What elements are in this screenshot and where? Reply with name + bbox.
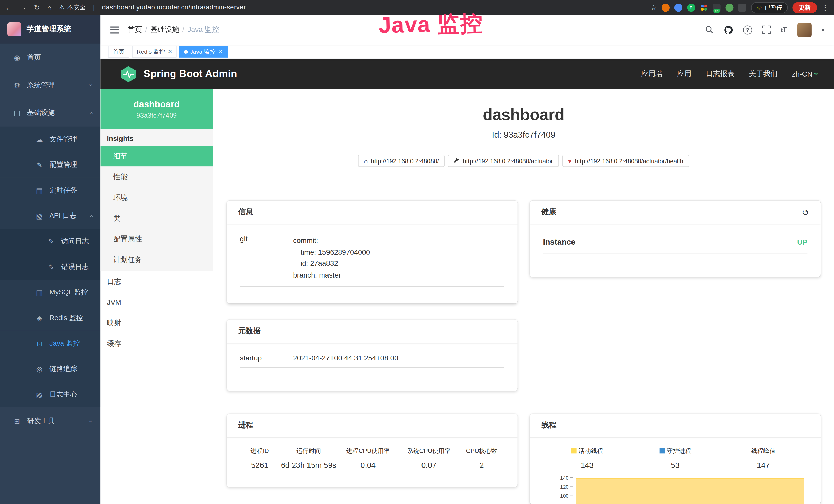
search-icon[interactable] — [705, 25, 714, 34]
browser-toolbar: ← → ↻ ⌂ ⚠ 不安全 | dashboard.yudao.iocoder.… — [0, 0, 834, 15]
sidebar-item-label: 配置管理 — [49, 160, 77, 169]
sidebar-item-trace[interactable]: ◎ 链路追踪 — [0, 356, 101, 382]
sba-logo-icon — [120, 65, 137, 83]
github-icon[interactable] — [724, 25, 733, 34]
sidebar-item-label: 基础设施 — [27, 108, 55, 117]
health-card-body: Instance UP — [530, 224, 821, 254]
sidebar-item-log-center[interactable]: ▨ 日志中心 — [0, 382, 101, 407]
browser-home-icon[interactable]: ⌂ — [47, 4, 51, 11]
sba-item-caches[interactable]: 缓存 — [101, 333, 213, 354]
sidebar-item-api-logs[interactable]: ▧ API 日志 › — [0, 203, 101, 229]
sidebar-item-error-logs[interactable]: ✎ 错误日志 — [0, 254, 101, 280]
actuator-url-button[interactable]: http://192.168.0.2:48080/actuator — [448, 155, 559, 167]
y-axis-tick: 140 — [547, 475, 573, 481]
sidebar-item-label: API 日志 — [49, 211, 76, 221]
sba-item-environment[interactable]: 环境 — [101, 187, 213, 208]
help-icon[interactable]: ? — [743, 25, 752, 34]
sidebar-item-infrastructure[interactable]: ▤ 基础设施 › — [0, 99, 101, 127]
sidebar-item-label: 错误日志 — [61, 262, 89, 272]
avatar-caret-icon[interactable]: ▾ — [822, 27, 824, 33]
sidebar-item-label: 链路追踪 — [49, 364, 77, 373]
reload-icon[interactable]: ↻ — [34, 4, 40, 11]
sba-language-select[interactable]: zh-CN › — [792, 70, 818, 78]
extension-icon-1[interactable] — [661, 3, 670, 11]
update-button[interactable]: 更新 — [792, 2, 817, 13]
bookmark-star-icon[interactable]: ☆ — [651, 4, 657, 11]
row-key: startup — [240, 354, 293, 362]
sidebar-item-home[interactable]: ◉ 首页 — [0, 44, 101, 71]
close-icon[interactable]: × — [218, 48, 223, 55]
sidebar-item-redis-monitor[interactable]: ◈ Redis 监控 — [0, 305, 101, 331]
col-header: 运行时间 — [280, 447, 337, 455]
sidebar-item-label: 系统管理 — [27, 81, 55, 90]
extension-icon-6[interactable] — [725, 3, 733, 11]
sidebar-item-java-monitor[interactable]: ⊡ Java 监控 — [0, 331, 101, 356]
mysql-icon: ▥ — [35, 288, 44, 296]
extension-icon-2[interactable] — [674, 3, 682, 11]
tab-java-monitor[interactable]: Java 监控 × — [179, 46, 227, 58]
breadcrumb-home[interactable]: 首页 — [128, 25, 142, 35]
extension-icon-5[interactable]: on — [712, 3, 721, 11]
sba-nav-applications[interactable]: 应用 — [677, 69, 692, 78]
tab-label: Redis 监控 — [137, 47, 165, 55]
extension-icon-4[interactable] — [700, 3, 708, 11]
sidebar-item-config-management[interactable]: ✎ 配置管理 — [0, 152, 101, 177]
sba-item-classes[interactable]: 类 — [101, 208, 213, 229]
legend-peak-threads: 线程峰值 147 — [719, 447, 807, 469]
row-value: 2021-04-27T00:44:31.254+08:00 — [293, 354, 504, 362]
app-logo[interactable]: 芋道管理系统 — [0, 15, 101, 44]
history-icon[interactable]: ↺ — [802, 207, 809, 217]
sidebar-item-label: MySQL 监控 — [49, 288, 88, 297]
git-branch-line: branch: master — [293, 269, 504, 281]
tab-redis-monitor[interactable]: Redis 监控 × — [132, 46, 177, 58]
health-card-header: 健康 ↺ — [530, 201, 821, 224]
instance-url-button[interactable]: ⌂ http://192.168.0.2:48080/ — [358, 155, 445, 167]
browser-menu-icon[interactable]: ⋮ — [822, 4, 829, 11]
extensions-puzzle-icon[interactable] — [738, 3, 746, 11]
sba-nav-about[interactable]: 关于我们 — [749, 69, 778, 78]
sba-item-scheduled-tasks[interactable]: 计划任务 — [101, 249, 213, 270]
breadcrumb-infrastructure[interactable]: 基础设施 — [145, 25, 179, 35]
health-card: 健康 ↺ Instance UP — [530, 201, 821, 277]
live-threads-swatch — [571, 448, 577, 454]
font-size-icon[interactable]: tT — [781, 25, 787, 34]
back-icon[interactable]: ← — [5, 4, 12, 11]
sidebar-item-dev-tools[interactable]: ⊞ 研发工具 › — [0, 407, 101, 435]
api-log-icon: ▧ — [35, 212, 44, 220]
user-avatar[interactable] — [797, 23, 812, 37]
sba-instance-header[interactable]: dashboard 93a3fc7f7409 — [101, 89, 213, 129]
hamburger-icon[interactable] — [110, 26, 119, 33]
address-bar[interactable]: dashboard.yudao.iocoder.cn/infra/admin-s… — [102, 4, 246, 11]
security-indicator[interactable]: ⚠ 不安全 — [59, 3, 86, 11]
extension-icon-3[interactable]: Y — [687, 3, 695, 11]
health-url-button[interactable]: ♥ http://192.168.0.2:48080/actuator/heal… — [562, 155, 689, 167]
sba-navbar: Spring Boot Admin 应用墙 应用 日志报表 关于我们 zh-CN… — [101, 59, 834, 89]
fullscreen-icon[interactable] — [762, 25, 771, 34]
sba-item-details[interactable]: 细节 — [101, 145, 213, 166]
sba-nav-journal[interactable]: 日志报表 — [706, 69, 734, 78]
sba-item-jvm[interactable]: JVM — [101, 292, 213, 313]
health-instance-row[interactable]: Instance UP — [543, 226, 807, 254]
sba-item-mappings[interactable]: 映射 — [101, 313, 213, 334]
paused-badge[interactable]: ☺ 已暂停 — [751, 2, 788, 13]
tab-home[interactable]: 首页 — [108, 46, 129, 58]
sba-item-config-props[interactable]: 配置属性 — [101, 229, 213, 249]
close-icon[interactable]: × — [167, 48, 172, 55]
sidebar-item-system-management[interactable]: ⚙ 系统管理 › — [0, 71, 101, 99]
config-icon: ✎ — [35, 161, 44, 169]
sidebar-item-mysql-monitor[interactable]: ▥ MySQL 监控 — [0, 280, 101, 305]
sba-item-logs[interactable]: 日志 — [101, 271, 213, 292]
sba-brand[interactable]: Spring Boot Admin — [120, 65, 237, 83]
instance-subtitle: Id: 93a3fc7f7409 — [213, 130, 834, 140]
col-header: CPU核心数 — [459, 447, 504, 455]
screen: ← → ↻ ⌂ ⚠ 不安全 | dashboard.yudao.iocoder.… — [0, 0, 834, 504]
sba-item-performance[interactable]: 性能 — [101, 166, 213, 187]
sidebar-item-access-logs[interactable]: ✎ 访问日志 — [0, 229, 101, 254]
link-url: http://192.168.0.2:48080/actuator/health — [575, 158, 683, 164]
y-axis-tick: 100 — [547, 493, 573, 499]
forward-icon[interactable]: → — [20, 4, 27, 11]
sidebar-item-file-management[interactable]: ☁ 文件管理 — [0, 127, 101, 152]
link-url: http://192.168.0.2:48080/actuator — [463, 158, 553, 164]
sba-nav-wallboard[interactable]: 应用墙 — [641, 69, 663, 78]
sidebar-item-scheduled-tasks[interactable]: ▦ 定时任务 — [0, 178, 101, 203]
